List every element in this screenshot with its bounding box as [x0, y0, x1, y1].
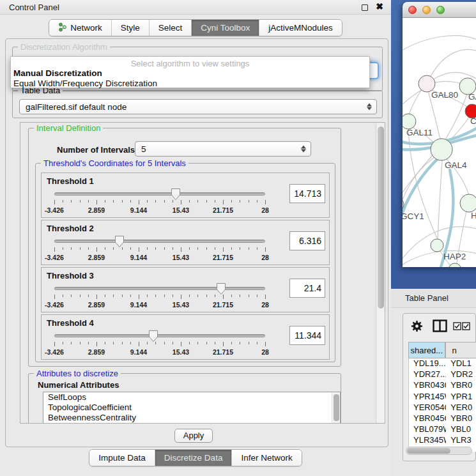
tab-impute-data[interactable]: Impute Data [89, 450, 155, 466]
table-horizontal-scrollbar[interactable] [406, 447, 472, 455]
float-window-icon[interactable] [362, 4, 368, 11]
zoom-traffic-light[interactable] [436, 6, 445, 14]
threshold-panel-3: Threshold 3-3.4262.8599.14415.4321.71528 [41, 267, 330, 312]
number-of-intervals-label: Number of Intervals [57, 145, 135, 155]
number-of-intervals-combobox[interactable]: 5 [135, 141, 311, 157]
split-columns-icon[interactable] [433, 319, 447, 332]
table-cell[interactable]: YDL19... [409, 358, 446, 369]
threshold-value-field[interactable] [289, 231, 325, 250]
network-node-hap2[interactable] [431, 239, 443, 252]
threshold-value-field[interactable] [289, 279, 325, 298]
number-of-intervals-value: 5 [141, 144, 146, 154]
tick-label: 9.144 [130, 301, 147, 309]
slider-handle[interactable] [148, 330, 158, 342]
tick-label: 28 [261, 301, 269, 309]
table-cell[interactable]: YPR145W [409, 392, 446, 403]
table-row[interactable]: YLR345WYLR3 [409, 435, 476, 446]
tab-select[interactable]: Select [150, 20, 192, 36]
node-label: GCY1 [403, 211, 424, 221]
node-label: C [470, 116, 476, 126]
table-cell[interactable]: YBL079W [409, 424, 446, 435]
numerical-attributes-list[interactable]: SelfLoopsTopologicalCoefficientBetweenne… [43, 392, 341, 424]
table-cell[interactable]: YBR043C [409, 380, 446, 391]
tab-jactivemnodules[interactable]: jActiveMNodules [259, 20, 342, 36]
slider-handle[interactable] [171, 188, 181, 201]
attribute-list-item[interactable]: SelfLoops [43, 392, 340, 403]
table-data-combobox[interactable]: galFiltered.sif default node [19, 99, 377, 114]
network-node-gal4[interactable] [431, 139, 452, 160]
table-data-fieldset: Table Data galFiltered.sif default node [12, 90, 383, 118]
tab-infer-network[interactable]: Infer Network [232, 450, 301, 466]
threshold-slider[interactable]: -3.4262.8599.14415.4321.71528 [54, 192, 265, 215]
table-cell[interactable]: YDR2 [446, 369, 476, 380]
network-canvas[interactable]: GAL80GACGAL11GAL4GCY1HHAP2 [403, 18, 476, 267]
table-row[interactable]: YDL19...YDL1 [409, 358, 476, 369]
slider-tick-labels: -3.4262.8599.14415.4321.71528 [54, 254, 265, 261]
tick-label: 15.43 [173, 348, 189, 356]
table-cell[interactable]: YDR27... [409, 369, 446, 380]
threshold-value-field[interactable] [289, 326, 325, 345]
slider-tick-labels: -3.4262.8599.14415.4321.71528 [54, 301, 265, 309]
network-window-titlebar[interactable] [403, 2, 476, 18]
slider-track[interactable] [54, 334, 265, 337]
algorithm-placeholder-item[interactable]: Select algorithm to view settings [11, 57, 369, 68]
close-icon[interactable]: ✖ [376, 1, 383, 12]
slider-track[interactable] [54, 287, 265, 290]
table-row[interactable]: YER054CYER0 [409, 403, 476, 413]
settings-scrollbar[interactable] [376, 123, 385, 424]
network-node-h[interactable] [460, 194, 476, 212]
tick-label: 21.715 [213, 254, 233, 261]
table-row[interactable]: YBR043CYBR0 [409, 380, 476, 391]
threshold-panel-4: Threshold 4-3.4262.8599.14415.4321.71528 [41, 314, 330, 360]
table-cell[interactable]: YBR0 [446, 380, 476, 391]
tab-label: Cyni Toolbox [201, 23, 250, 33]
threshold-slider[interactable]: -3.4262.8599.14415.4321.71528 [54, 334, 265, 357]
algorithm-option-manual[interactable]: Manual Discretization [11, 68, 369, 79]
table-cell[interactable]: YER054C [409, 403, 446, 413]
tab-network[interactable]: Network [49, 20, 112, 36]
network-view-window[interactable]: GAL80GACGAL11GAL4GCY1HHAP2 [403, 2, 476, 267]
attribute-list-item[interactable]: TopologicalCoefficient [43, 403, 340, 413]
network-node[interactable] [449, 263, 461, 267]
checkbox-icon[interactable] [462, 322, 470, 330]
table-cell[interactable]: YBL0 [446, 424, 476, 435]
table-row[interactable]: YDR27...YDR2 [409, 369, 476, 380]
threshold-slider[interactable]: -3.4262.8599.14415.4321.71528 [54, 287, 265, 310]
threshold-slider[interactable]: -3.4262.8599.14415.4321.71528 [54, 240, 265, 263]
threshold-value-field[interactable] [289, 184, 325, 203]
checkbox-icon[interactable] [453, 322, 461, 330]
gear-icon[interactable] [411, 320, 423, 332]
numerical-attributes-label: Numerical Attributes [38, 380, 119, 390]
control-panel-title: Control Panel [9, 3, 59, 12]
column-header-name[interactable]: n [445, 342, 476, 358]
table-cell[interactable]: YDL1 [446, 358, 476, 369]
table-cell[interactable]: YLR3 [446, 435, 476, 446]
slider-handle[interactable] [216, 282, 226, 295]
table-cell[interactable]: YER0 [446, 403, 476, 413]
table-row[interactable]: YPR145WYPR1 [409, 392, 476, 403]
slider-track[interactable] [54, 192, 265, 196]
slider-handle[interactable] [114, 235, 125, 248]
attributes-to-discretize-label: Attributes to discretize [34, 369, 121, 378]
close-traffic-light[interactable] [408, 6, 417, 14]
table-cell[interactable]: YBR045C [409, 413, 446, 424]
table-cell[interactable]: YLR345W [409, 435, 446, 446]
table-cell[interactable]: YBR0 [446, 413, 476, 424]
slider-tick-labels: -3.4262.8599.14415.4321.71528 [54, 348, 265, 356]
apply-button[interactable]: Apply [174, 429, 213, 443]
tick-label: 9.144 [130, 206, 147, 214]
minimize-traffic-light[interactable] [422, 6, 431, 14]
table-cell[interactable]: YPR1 [446, 392, 476, 403]
network-node-gal11[interactable] [403, 114, 416, 129]
algorithm-option-equal-width[interactable]: Equal Width/Frequency Discretization [11, 79, 369, 89]
table-row[interactable]: YBR045CYBR0 [409, 413, 476, 424]
attribute-list-item[interactable]: BetweennessCentrality [43, 413, 340, 423]
slider-track[interactable] [54, 240, 265, 243]
tab-style[interactable]: Style [112, 20, 150, 36]
threshold-label: Threshold 2 [47, 224, 94, 233]
attributes-list-scrollbar[interactable] [332, 393, 339, 424]
tab-cyni-toolbox[interactable]: Cyni Toolbox [192, 20, 259, 36]
table-row[interactable]: YBL079WYBL0 [409, 424, 476, 435]
column-header-shared-name[interactable]: shared... [408, 342, 445, 358]
tab-discretize-data[interactable]: Discretize Data [155, 450, 233, 466]
